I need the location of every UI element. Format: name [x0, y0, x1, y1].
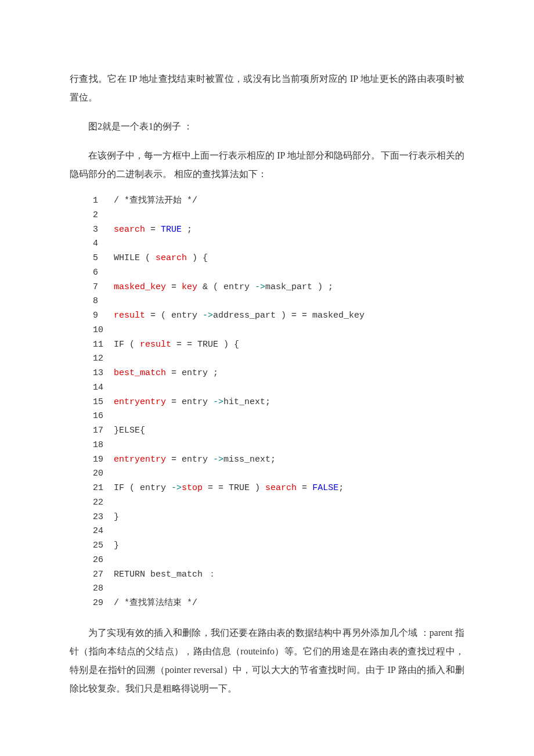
line-number: 6 — [93, 266, 114, 280]
code-line: 8 — [93, 294, 464, 309]
line-number: 5 — [93, 251, 114, 266]
code-text: search = TRUE ; — [114, 223, 192, 237]
code-text: }ELSE{ — [114, 424, 145, 438]
line-number: 7 — [93, 280, 114, 295]
code-line: 28 — [93, 582, 464, 596]
code-line: 4 — [93, 237, 464, 251]
line-number: 13 — [93, 366, 114, 381]
line-number: 11 — [93, 338, 114, 352]
code-text: entryentry = entry ->hit_next; — [114, 395, 270, 410]
code-block: 1 / *查找算法开始 */ 2 3 search = TRUE ; 4 5 W… — [93, 194, 464, 611]
line-number: 1 — [93, 194, 114, 208]
line-number: 24 — [93, 524, 114, 539]
paragraph-3: 在该例子中，每一方框中上面一行表示相应的 IP 地址部分和隐码部分。下面一行表示… — [70, 146, 464, 183]
line-number: 19 — [93, 453, 114, 467]
code-line: 1 / *查找算法开始 */ — [93, 194, 464, 208]
paragraph-4: 为了实现有效的插入和删除，我们还要在路由表的数据结构中再另外添加几个域 ：par… — [70, 624, 464, 698]
code-line: 23 } — [93, 510, 464, 525]
code-text: } — [114, 510, 119, 525]
paragraph-2: 图2就是一个表1的例子 ： — [70, 117, 464, 136]
code-line: 29 / *查找算法结束 */ — [93, 596, 464, 611]
code-text: best_match = entry ; — [114, 366, 218, 381]
line-number: 8 — [93, 294, 114, 309]
line-number: 21 — [93, 481, 114, 496]
line-number: 26 — [93, 553, 114, 568]
code-text: WHILE ( search ) { — [114, 251, 208, 266]
code-line: 22 — [93, 496, 464, 510]
line-number: 28 — [93, 582, 114, 596]
line-number: 22 — [93, 496, 114, 510]
code-line: 16 — [93, 409, 464, 424]
line-number: 3 — [93, 223, 114, 237]
code-text: RETURN best_match ： — [114, 568, 217, 582]
code-line: 11 IF ( result = = TRUE ) { — [93, 338, 464, 352]
line-number: 10 — [93, 323, 114, 338]
line-number: 14 — [93, 381, 114, 395]
code-line: 3 search = TRUE ; — [93, 223, 464, 237]
line-number: 4 — [93, 237, 114, 251]
line-number: 18 — [93, 438, 114, 453]
code-line: 6 — [93, 266, 464, 280]
line-number: 12 — [93, 352, 114, 366]
code-text: / *查找算法开始 */ — [114, 194, 197, 208]
line-number: 2 — [93, 208, 114, 223]
code-line: 14 — [93, 381, 464, 395]
code-line: 2 — [93, 208, 464, 223]
code-line: 27 RETURN best_match ： — [93, 568, 464, 582]
code-line: 10 — [93, 323, 464, 338]
code-line: 7 masked_key = key & ( entry ->mask_part… — [93, 280, 464, 295]
code-line: 13 best_match = entry ; — [93, 366, 464, 381]
paragraph-1: 行查找。它在 IP 地址查找结束时被置位，或没有比当前项所对应的 IP 地址更长… — [70, 70, 464, 107]
line-number: 20 — [93, 467, 114, 481]
code-line: 24 — [93, 524, 464, 539]
code-line: 21 IF ( entry ->stop = = TRUE ) search =… — [93, 481, 464, 496]
line-number: 27 — [93, 568, 114, 582]
code-line: 18 — [93, 438, 464, 453]
code-text: } — [114, 539, 119, 553]
line-number: 23 — [93, 510, 114, 525]
code-line: 20 — [93, 467, 464, 481]
code-text: entryentry = entry ->miss_next; — [114, 453, 276, 467]
code-text: result = ( entry ->address_part ) = = ma… — [114, 309, 365, 323]
code-line: 19 entryentry = entry ->miss_next; — [93, 453, 464, 467]
code-line: 5 WHILE ( search ) { — [93, 251, 464, 266]
code-line: 12 — [93, 352, 464, 366]
code-line: 25 } — [93, 539, 464, 553]
code-text: IF ( entry ->stop = = TRUE ) search = FA… — [114, 481, 344, 496]
code-line: 9 result = ( entry ->address_part ) = = … — [93, 309, 464, 323]
line-number: 9 — [93, 309, 114, 323]
code-text: IF ( result = = TRUE ) { — [114, 338, 239, 352]
code-text: masked_key = key & ( entry ->mask_part )… — [114, 280, 333, 295]
line-number: 25 — [93, 539, 114, 553]
line-number: 16 — [93, 409, 114, 424]
code-line: 26 — [93, 553, 464, 568]
code-line: 17 }ELSE{ — [93, 424, 464, 438]
line-number: 29 — [93, 596, 114, 611]
code-text: / *查找算法结束 */ — [114, 596, 197, 611]
line-number: 17 — [93, 424, 114, 438]
line-number: 15 — [93, 395, 114, 410]
code-line: 15 entryentry = entry ->hit_next; — [93, 395, 464, 410]
